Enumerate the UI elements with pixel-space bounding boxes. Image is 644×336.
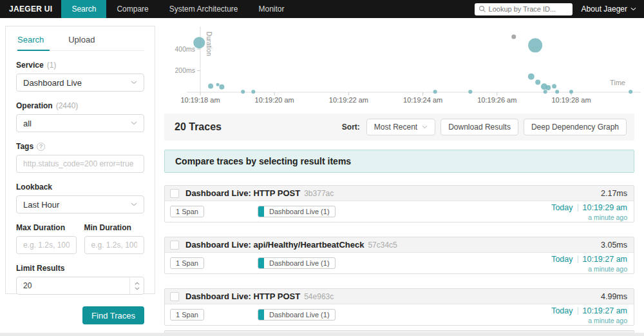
trace-duration: 2.17ms xyxy=(601,189,627,198)
scatter-plot[interactable]: 10:19:18 am10:19:20 am10:19:22 am10:19:2… xyxy=(164,23,644,113)
span-count-badge: 1 Span xyxy=(170,257,204,269)
trace-row-header[interactable]: Dashboard Live: HTTP POST54e963c 4.99ms xyxy=(165,289,634,304)
trace-scatter-point[interactable] xyxy=(219,84,224,90)
trace-scatter-point[interactable] xyxy=(545,85,551,90)
service-label: Service (1) xyxy=(16,61,144,70)
trace-duration: 3.05ms xyxy=(601,241,627,250)
trace-scatter-point[interactable] xyxy=(433,90,437,94)
sort-select-value: Most Recent xyxy=(374,123,417,132)
trace-row-header[interactable]: Dashboard Live: api/Healthy/HeartbeatChe… xyxy=(165,237,634,253)
service-badge: Dashboard Live (1) xyxy=(258,206,336,217)
svg-text:200ms: 200ms xyxy=(175,66,195,74)
nav-tab-search[interactable]: Search xyxy=(61,0,106,18)
deep-dependency-graph-button[interactable]: Deep Dependency Graph xyxy=(524,119,627,135)
trace-scatter-point[interactable] xyxy=(535,79,540,84)
trace-timestamp: Today 10:19:27 am a minute ago xyxy=(551,306,627,324)
app-brand: JAEGER UI xyxy=(0,5,61,14)
search-sidebar: Search Upload Service (1) Dashboard Live… xyxy=(5,26,155,294)
trace-row-header[interactable]: Dashboard Live: HTTP POST3b377ac 2.17ms xyxy=(165,186,634,201)
chevron-down-icon xyxy=(131,81,137,84)
chevron-up-icon[interactable] xyxy=(135,282,140,285)
trace-id: 3b377ac xyxy=(304,189,334,198)
help-icon[interactable]: ? xyxy=(37,143,45,151)
results-main: 10:19:18 am10:19:20 am10:19:22 am10:19:2… xyxy=(164,0,644,336)
trace-scatter-point[interactable] xyxy=(511,34,516,39)
svg-text:Time: Time xyxy=(610,79,625,86)
trace-relative-time: a minute ago xyxy=(551,265,627,273)
trace-scatter-point[interactable] xyxy=(528,38,542,52)
compare-banner: Compare traces by selecting result items xyxy=(164,150,634,173)
tab-upload[interactable]: Upload xyxy=(68,35,95,50)
chevron-down-icon[interactable] xyxy=(135,287,140,290)
trace-scatter-point[interactable] xyxy=(193,37,205,48)
trace-scatter-point[interactable] xyxy=(629,90,632,94)
trace-id: 57c34c5 xyxy=(368,241,397,250)
duration-scatterplot-svg[interactable]: 10:19:18 am10:19:20 am10:19:22 am10:19:2… xyxy=(164,23,644,113)
nav-tab-compare[interactable]: Compare xyxy=(106,0,158,18)
trace-scatter-point[interactable] xyxy=(544,90,547,94)
trace-time: 10:19:27 am xyxy=(583,255,628,264)
trace-select-checkbox[interactable] xyxy=(170,241,179,250)
sidebar-tabs: Search Upload xyxy=(16,26,144,51)
trace-scatter-point[interactable] xyxy=(216,83,220,86)
active-tab-indicator xyxy=(17,50,50,51)
min-duration-label: Min Duration xyxy=(84,223,145,232)
sort-label: Sort: xyxy=(342,123,360,132)
svg-text:10:19:22 am: 10:19:22 am xyxy=(329,96,368,104)
jaeger-ui-app: JAEGER UI Search Compare System Architec… xyxy=(0,0,644,336)
chevron-down-icon xyxy=(131,203,137,206)
trace-duration: 4.99ms xyxy=(601,292,627,301)
service-select[interactable]: Dashboard Live xyxy=(16,74,144,92)
trace-timestamp: Today 10:19:29 am a minute ago xyxy=(551,203,627,221)
operation-select[interactable]: all xyxy=(16,114,144,132)
trace-scatter-point[interactable] xyxy=(251,90,255,94)
min-duration-input[interactable] xyxy=(84,236,145,254)
chevron-down-icon xyxy=(131,121,137,125)
trace-row-body: 1 Span Dashboard Live (1) Today 10:19:29… xyxy=(165,201,634,222)
trace-scatter-point[interactable] xyxy=(552,84,556,88)
service-badge: Dashboard Live (1) xyxy=(258,309,336,321)
find-traces-button[interactable]: Find Traces xyxy=(82,306,144,324)
operation-label: Operation (2440) xyxy=(16,101,144,110)
separator xyxy=(578,307,578,315)
sort-select[interactable]: Most Recent xyxy=(366,119,435,135)
svg-text:10:19:20 am: 10:19:20 am xyxy=(255,96,294,104)
trace-scatter-point[interactable] xyxy=(569,90,573,94)
lookback-label: Lookback xyxy=(16,183,144,192)
max-duration-label: Max Duration xyxy=(16,223,77,232)
operation-select-value: all xyxy=(23,119,32,128)
trace-row[interactable]: Dashboard Live: HTTP POST54e963c 4.99ms … xyxy=(164,288,634,326)
svg-text:10:19:28 am: 10:19:28 am xyxy=(551,96,591,104)
max-duration-input[interactable] xyxy=(16,236,77,254)
lookback-select[interactable]: Last Hour xyxy=(16,195,144,213)
limit-results-input[interactable] xyxy=(16,277,144,295)
trace-relative-time: a minute ago xyxy=(551,213,627,221)
trace-row-body: 1 Span Dashboard Live (1) Today 10:19:27… xyxy=(165,253,634,274)
trace-relative-time: a minute ago xyxy=(551,317,627,324)
trace-title-text: Dashboard Live: HTTP POST xyxy=(185,188,300,198)
download-results-button[interactable]: Download Results xyxy=(440,119,518,135)
trace-title: Dashboard Live: HTTP POST54e963c xyxy=(185,292,334,301)
tags-input[interactable] xyxy=(16,155,144,173)
trace-title-text: Dashboard Live: HTTP POST xyxy=(185,292,300,301)
trace-scatter-point[interactable] xyxy=(241,90,245,94)
number-stepper[interactable] xyxy=(129,277,144,294)
service-color-chip xyxy=(258,206,264,217)
trace-row[interactable]: Dashboard Live: api/Healthy/HeartbeatChe… xyxy=(164,237,634,274)
tags-label: Tags ? xyxy=(16,142,144,151)
svg-text:10:19:24 am: 10:19:24 am xyxy=(403,96,442,104)
svg-text:Duration: Duration xyxy=(205,32,213,56)
trace-row[interactable]: Dashboard Live: HTTP POST3b377ac 2.17ms … xyxy=(164,185,634,222)
tab-search[interactable]: Search xyxy=(17,35,44,50)
viewport-bottom-edge xyxy=(0,333,644,336)
trace-scatter-point[interactable] xyxy=(555,90,559,94)
trace-title: Dashboard Live: api/Healthy/HeartbeatChe… xyxy=(185,240,397,250)
separator xyxy=(578,255,578,263)
trace-scatter-point[interactable] xyxy=(208,83,213,88)
trace-row-body: 1 Span Dashboard Live (1) Today 10:19:27… xyxy=(165,304,634,326)
trace-scatter-point[interactable] xyxy=(468,90,472,94)
trace-scatter-point[interactable] xyxy=(528,74,535,80)
trace-select-checkbox[interactable] xyxy=(170,189,179,198)
trace-select-checkbox[interactable] xyxy=(170,292,179,301)
chevron-down-icon xyxy=(422,125,428,129)
